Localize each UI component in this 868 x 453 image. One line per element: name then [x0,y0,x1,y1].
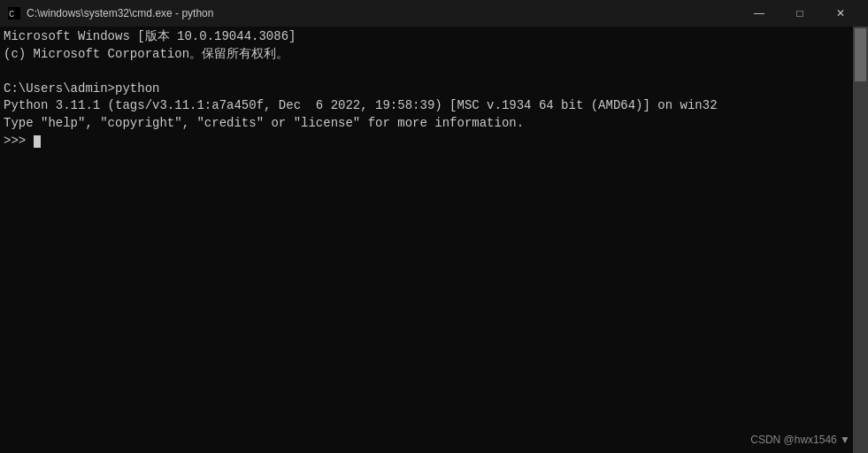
title-bar: C C:\windows\system32\cmd.exe - python —… [0,0,868,27]
watermark: CSDN @hwx1546 ▼ [750,434,850,446]
text-cursor [34,135,41,148]
window-title: C:\windows\system32\cmd.exe - python [27,7,213,19]
console-body: Microsoft Windows [版本 10.0.19044.3086] (… [0,27,868,453]
title-bar-left: C C:\windows\system32\cmd.exe - python [7,6,213,20]
scrollbar[interactable] [853,27,868,453]
svg-text:C: C [9,9,14,19]
maximize-button[interactable]: □ [780,0,820,27]
scrollbar-thumb[interactable] [855,28,866,81]
console-output[interactable]: Microsoft Windows [版本 10.0.19044.3086] (… [0,27,853,453]
cmd-icon: C [7,6,21,20]
window-controls: — □ ✕ [739,0,861,27]
cmd-window: C C:\windows\system32\cmd.exe - python —… [0,0,868,453]
close-button[interactable]: ✕ [820,0,861,27]
minimize-button[interactable]: — [739,0,780,27]
